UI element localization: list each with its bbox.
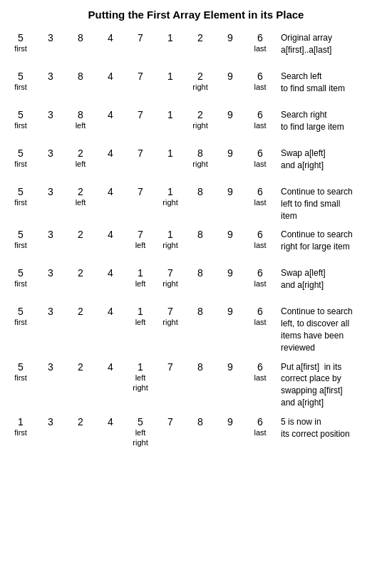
cell-8-1: 3: [36, 361, 66, 373]
labels-row-5: firstleftrightlast: [6, 241, 278, 250]
cell-9-1: 3: [36, 416, 66, 428]
cell-1-7: 9: [215, 71, 245, 82]
label-4-0: first: [6, 198, 36, 207]
row-block-8: 532417896firstleftlastrightPut a[first] …: [0, 357, 392, 409]
cell-0-4: 7: [125, 32, 155, 43]
cell-2-0: 5: [6, 109, 36, 120]
desc-0: Original array a[first]..a[last]: [278, 28, 392, 56]
array-area-8: 532417896firstleftlastright: [0, 357, 278, 393]
cell-3-3: 4: [96, 147, 125, 159]
cell-5-0: 5: [6, 229, 36, 240]
cell-8-3: 4: [96, 361, 125, 373]
desc-8: Put a[first] in its correct place by swa…: [278, 357, 392, 409]
array-area-6: 532417896firstleftrightlast: [0, 263, 278, 289]
cell-1-5: 1: [155, 71, 185, 82]
cell-5-4: 7: [125, 229, 155, 240]
cell-7-1: 3: [36, 306, 66, 317]
cell-1-6: 2: [185, 71, 215, 82]
label-5-5: right: [155, 241, 185, 250]
cell-4-3: 4: [96, 186, 125, 197]
numbers-row-7: 532417896: [6, 301, 278, 317]
label-2-6: right: [185, 121, 215, 130]
cell-0-7: 9: [215, 32, 245, 43]
cell-2-6: 2: [185, 109, 215, 120]
label-0-0: first: [6, 44, 36, 53]
label-0-8: last: [245, 44, 275, 53]
label-4-8: last: [245, 198, 275, 207]
page-title: Putting the First Array Element in its P…: [0, 0, 392, 28]
label-2-0: first: [6, 121, 36, 130]
cell-2-5: 1: [155, 109, 185, 120]
cell-4-7: 9: [215, 186, 245, 197]
cell-0-8: 6: [245, 32, 275, 43]
cell-4-8: 6: [245, 186, 275, 197]
desc-5: Continue to search right for large item: [278, 224, 392, 253]
desc-3: Swap a[left] and a[right]: [278, 143, 392, 172]
cell-0-0: 5: [6, 32, 36, 43]
cell-3-1: 3: [36, 147, 66, 159]
label-3-6: right: [185, 160, 215, 169]
labels-row-3: firstleftrightlast: [6, 160, 278, 169]
desc-6: Swap a[left] and a[right]: [278, 263, 392, 291]
cell-6-0: 5: [6, 267, 36, 279]
cell-3-0: 5: [6, 147, 36, 159]
array-area-2: 538471296firstleftrightlast: [0, 105, 278, 131]
label-8-0: first: [6, 373, 36, 383]
cell-0-3: 4: [96, 32, 125, 43]
sublabels-row-8: right: [6, 383, 278, 393]
cell-8-5: 7: [155, 361, 185, 373]
sublabel-8-4: right: [125, 383, 155, 393]
label-3-8: last: [245, 160, 275, 169]
cell-6-7: 9: [215, 267, 245, 279]
cell-2-1: 3: [36, 109, 66, 120]
row-block-0: 538471296firstlastOriginal array a[first…: [0, 28, 392, 63]
labels-row-6: firstleftrightlast: [6, 279, 278, 289]
cell-3-7: 9: [215, 147, 245, 159]
cell-1-4: 7: [125, 71, 155, 82]
cell-8-0: 5: [6, 361, 36, 373]
numbers-row-4: 532471896: [6, 182, 278, 197]
cell-9-8: 6: [245, 416, 275, 428]
label-1-8: last: [245, 83, 275, 92]
cell-8-8: 6: [245, 361, 275, 373]
labels-row-9: firstleftlast: [6, 428, 278, 437]
sublabel-9-4: right: [125, 438, 155, 447]
numbers-row-1: 538471296: [6, 66, 278, 82]
cell-5-5: 1: [155, 229, 185, 240]
cell-8-7: 9: [215, 361, 245, 373]
cell-7-7: 9: [215, 306, 245, 317]
desc-1: Search left to find small item: [278, 66, 392, 95]
cell-9-4: 5: [125, 416, 155, 428]
cell-4-2: 2: [66, 186, 96, 197]
cell-6-3: 4: [96, 267, 125, 279]
desc-9: 5 is now in its correct position: [278, 412, 392, 440]
cell-9-7: 9: [215, 416, 245, 428]
label-6-0: first: [6, 279, 36, 289]
labels-row-4: firstleftrightlast: [6, 198, 278, 207]
desc-4: Continue to search left to find small it…: [278, 182, 392, 222]
cell-3-6: 8: [185, 147, 215, 159]
row-block-1: 538471296firstrightlastSearch left to fi…: [0, 66, 392, 102]
label-5-4: left: [125, 241, 155, 250]
label-8-4: left: [125, 373, 155, 383]
cell-2-2: 8: [66, 109, 96, 120]
array-area-1: 538471296firstrightlast: [0, 66, 278, 93]
numbers-row-3: 532471896: [6, 143, 278, 159]
cell-5-2: 2: [66, 229, 96, 240]
label-5-0: first: [6, 241, 36, 250]
label-6-8: last: [245, 279, 275, 289]
cell-4-6: 8: [185, 186, 215, 197]
label-7-5: right: [155, 318, 185, 327]
cell-1-2: 8: [66, 71, 96, 82]
cell-8-6: 8: [185, 361, 215, 373]
label-2-8: last: [245, 121, 275, 130]
labels-row-0: firstlast: [6, 44, 278, 53]
label-7-0: first: [6, 318, 36, 327]
label-7-4: left: [125, 318, 155, 327]
label-8-8: last: [245, 373, 275, 383]
cell-3-8: 6: [245, 147, 275, 159]
cell-5-1: 3: [36, 229, 66, 240]
row-block-7: 532417896firstleftrightlastContinue to s…: [0, 301, 392, 353]
label-4-2: left: [66, 198, 96, 207]
cell-9-2: 2: [66, 416, 96, 428]
